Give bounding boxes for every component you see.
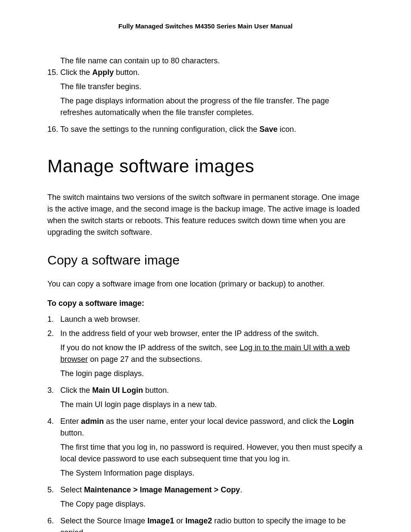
bold-image2: Image2 [185, 516, 212, 525]
body-text: The Copy page displays. [60, 498, 364, 510]
bold-login: Login [333, 417, 354, 426]
body-text: The page displays information about the … [60, 95, 364, 118]
text: on page 27 and the subsections. [88, 355, 202, 364]
step-6: 6. Select the Source Image Image1 or Ima… [47, 515, 364, 532]
text: Select [60, 485, 84, 494]
text: If you do not know the IP address of the… [60, 343, 240, 352]
body-text: The main UI login page displays in a new… [60, 399, 364, 411]
text: button. [60, 429, 84, 437]
body-text: The switch maintains two versions of the… [47, 192, 364, 238]
bold-save: Save [259, 125, 277, 134]
body-text: The first time that you log in, no passw… [60, 442, 364, 465]
step-3: 3. Click the Main UI Login button. The m… [47, 385, 364, 413]
list-number: 1. [47, 314, 60, 325]
text: To save the settings to the running conf… [60, 125, 259, 134]
text: as the user name, enter your local devic… [104, 417, 333, 426]
list-number: 5. [47, 484, 60, 513]
text: button. [114, 68, 140, 77]
text: Launch a web browser. [60, 314, 364, 325]
text: or [174, 516, 185, 525]
step-5: 5. Select Maintenance > Image Management… [47, 484, 364, 513]
document-header: Fully Managed Switches M4350 Series Main… [47, 22, 364, 31]
heading-manage-software-images: Manage software images [47, 152, 364, 180]
heading-copy-software-image: Copy a software image [47, 250, 364, 270]
body-text: The System Information page displays. [60, 467, 364, 479]
body-text: The file transfer begins. [60, 81, 364, 93]
bold-image1: Image1 [147, 516, 174, 525]
step-16: 16. To save the settings to the running … [47, 124, 364, 135]
step-4: 4. Enter admin as the user name, enter y… [47, 416, 364, 482]
text: Click the [60, 386, 92, 395]
body-text: You can copy a software image from one l… [47, 278, 364, 290]
list-number: 6. [47, 515, 60, 532]
text: Select the Source Image [60, 516, 147, 525]
text: button. [143, 386, 169, 395]
text: Click the [60, 68, 92, 77]
list-number: 16. [47, 124, 60, 135]
text: In the address field of your web browser… [60, 329, 319, 338]
text: icon. [277, 125, 296, 134]
body-text: The file name can contain up to 80 chara… [60, 55, 364, 67]
bold-apply: Apply [92, 68, 114, 77]
list-number: 15. [47, 67, 60, 121]
step-1: 1. Launch a web browser. [47, 314, 364, 325]
body-text: The login page displays. [60, 368, 364, 380]
text: Enter [60, 417, 81, 426]
bold-admin: admin [81, 417, 104, 426]
procedure-lead: To copy a software image: [47, 298, 364, 309]
step-15: 15. Click the Apply button. The file tra… [47, 67, 364, 121]
bold-nav-path: Maintenance > Image Management > Copy [84, 485, 240, 494]
bold-main-ui-login: Main UI Login [92, 386, 143, 395]
step-2: 2. In the address field of your web brow… [47, 328, 364, 382]
list-number: 3. [47, 385, 60, 413]
list-number: 4. [47, 416, 60, 482]
list-number: 2. [47, 328, 60, 382]
text: . [240, 485, 242, 494]
